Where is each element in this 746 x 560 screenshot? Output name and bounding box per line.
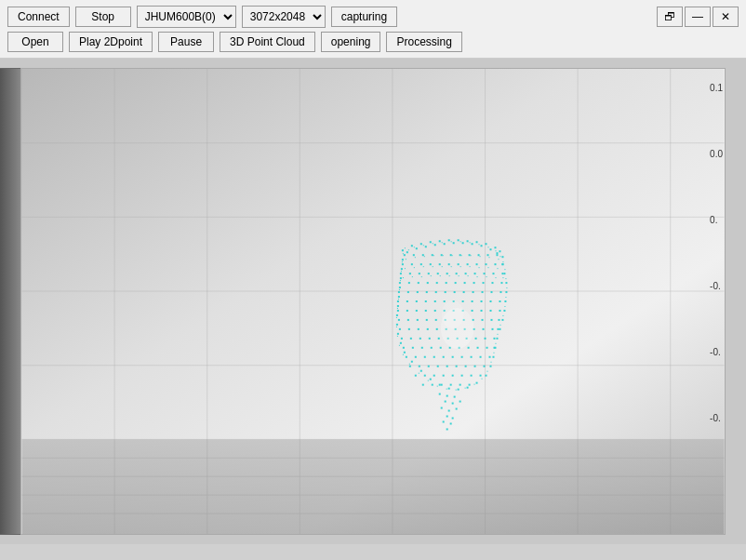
svg-rect-258	[408, 249, 409, 250]
close-button[interactable]: ✕	[713, 7, 739, 27]
svg-rect-113	[484, 273, 486, 274]
svg-rect-101	[486, 263, 487, 265]
svg-rect-255	[450, 422, 452, 424]
svg-rect-97	[448, 263, 450, 265]
svg-rect-200	[412, 347, 414, 349]
svg-rect-198	[493, 338, 495, 340]
svg-rect-51	[476, 382, 478, 384]
svg-rect-208	[486, 347, 488, 349]
viewport-container[interactable]: 0.1 0.0 0. -0. -0. -0.	[0, 59, 746, 544]
svg-rect-87	[460, 254, 461, 256]
svg-rect-42	[504, 300, 506, 302]
svg-rect-29	[439, 240, 441, 242]
svg-rect-247	[452, 403, 454, 405]
svg-rect-204	[449, 347, 451, 349]
stop-button[interactable]: Stop	[75, 7, 131, 27]
svg-rect-55	[439, 384, 441, 386]
svg-rect-45	[499, 328, 500, 330]
play2d-button[interactable]: Play 2Dpoint	[69, 32, 153, 52]
svg-rect-134	[454, 291, 456, 293]
minimize-button[interactable]: —	[685, 7, 711, 27]
axis-labels: 0.1 0.0 0. -0. -0. -0.	[710, 83, 723, 423]
y-label-3: 0.	[710, 215, 723, 225]
svg-rect-179	[427, 328, 429, 330]
svg-rect-228	[484, 366, 486, 367]
svg-rect-77	[472, 243, 473, 245]
toolbar: Connect Stop JHUM600B(0) 3072x2048 captu…	[0, 0, 746, 59]
svg-rect-164	[398, 319, 400, 321]
svg-rect-277	[500, 325, 500, 326]
svg-rect-98	[458, 263, 460, 265]
svg-rect-52	[467, 387, 469, 389]
svg-rect-35	[494, 247, 496, 248]
svg-rect-296	[396, 317, 397, 318]
grid-svg	[21, 69, 725, 534]
svg-rect-229	[415, 375, 417, 377]
connect-button[interactable]: Connect	[7, 7, 70, 27]
svg-rect-294	[397, 336, 398, 337]
svg-rect-224	[446, 366, 448, 367]
svg-rect-316	[414, 267, 415, 268]
svg-rect-280	[493, 353, 494, 353]
pointcloud-button[interactable]: 3D Point Cloud	[220, 32, 315, 52]
svg-rect-86	[450, 254, 452, 256]
svg-rect-335	[486, 276, 487, 277]
svg-rect-332	[459, 275, 460, 276]
svg-rect-283	[482, 379, 483, 380]
svg-rect-287	[446, 389, 447, 390]
svg-rect-85	[441, 254, 443, 256]
svg-rect-105	[409, 273, 411, 274]
svg-rect-128	[398, 291, 400, 293]
svg-rect-282	[487, 371, 488, 372]
svg-rect-107	[428, 273, 430, 274]
svg-rect-209	[493, 347, 495, 349]
svg-rect-297	[397, 308, 398, 309]
svg-rect-320	[451, 266, 452, 267]
open-button[interactable]: Open	[7, 32, 63, 52]
svg-rect-225	[456, 366, 458, 367]
svg-rect-140	[397, 300, 399, 302]
opening-status: opening	[321, 32, 381, 52]
svg-rect-286	[456, 390, 457, 391]
svg-rect-293	[399, 345, 400, 346]
svg-rect-25	[402, 249, 404, 251]
svg-rect-93	[411, 263, 413, 265]
svg-rect-120	[436, 282, 438, 284]
svg-rect-116	[399, 282, 401, 284]
svg-rect-112	[474, 273, 476, 274]
svg-rect-271	[504, 269, 505, 270]
restore-button[interactable]: 🗗	[657, 7, 683, 27]
resolution-select[interactable]: 3072x2048	[242, 6, 326, 28]
svg-rect-186	[491, 328, 493, 330]
svg-rect-130	[417, 291, 419, 293]
svg-rect-219	[489, 356, 491, 358]
svg-rect-144	[434, 300, 436, 302]
svg-rect-269	[500, 256, 500, 257]
svg-rect-62	[396, 324, 398, 326]
svg-rect-230	[424, 375, 426, 377]
capturing-status: capturing	[331, 7, 397, 27]
svg-rect-185	[483, 328, 485, 330]
svg-rect-214	[443, 356, 445, 358]
svg-rect-131	[426, 291, 428, 293]
svg-rect-187	[497, 328, 499, 330]
svg-rect-43	[503, 310, 505, 312]
svg-rect-79	[489, 248, 491, 250]
svg-rect-306	[424, 256, 425, 257]
svg-rect-276	[502, 315, 503, 316]
svg-rect-156	[434, 310, 436, 312]
left-edge	[0, 68, 20, 535]
svg-rect-289	[428, 380, 429, 381]
svg-rect-80	[496, 252, 498, 254]
pause-button[interactable]: Pause	[158, 32, 214, 52]
svg-rect-168	[435, 319, 437, 321]
svg-rect-136	[473, 291, 474, 293]
device-select[interactable]: JHUM600B(0)	[137, 6, 236, 28]
svg-rect-174	[490, 319, 492, 321]
svg-rect-74	[444, 243, 446, 245]
svg-rect-84	[432, 254, 433, 256]
svg-rect-111	[465, 273, 467, 274]
svg-rect-154	[416, 310, 418, 312]
svg-rect-64	[397, 305, 399, 307]
svg-rect-175	[498, 319, 500, 321]
